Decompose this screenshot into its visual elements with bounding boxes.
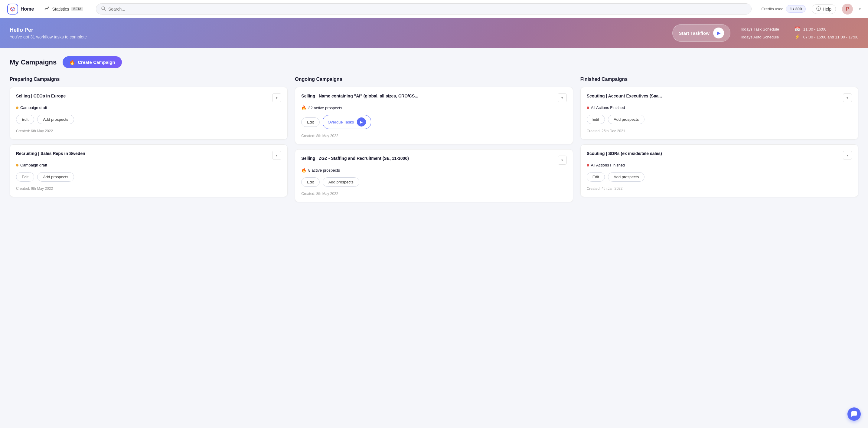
card-title: Scouting | Account Executives (Saa... bbox=[587, 93, 843, 99]
add-prospects-button[interactable]: Add prospects bbox=[608, 172, 645, 181]
edit-button[interactable]: Edit bbox=[301, 117, 319, 127]
banner-subtitle: You've got 31 workflow tasks to complete bbox=[10, 34, 663, 39]
status-label: 32 active prospects bbox=[308, 106, 342, 110]
my-campaigns-title: My Campaigns bbox=[10, 58, 57, 66]
svg-line-1 bbox=[104, 9, 105, 10]
card-date: Created: 6th May 2022 bbox=[16, 187, 281, 191]
status-dot: 🔥 bbox=[301, 105, 306, 110]
status-dot bbox=[587, 164, 589, 167]
edit-button[interactable]: Edit bbox=[16, 115, 34, 124]
help-button[interactable]: ? Help bbox=[812, 4, 836, 14]
task-schedule-row: Todays Task Schedule 📅 11:00 - 16:00 bbox=[740, 26, 858, 32]
edit-button[interactable]: Edit bbox=[16, 172, 34, 181]
nav-logo[interactable]: Home bbox=[7, 4, 34, 15]
card-expand-button[interactable]: ▾ bbox=[272, 93, 281, 102]
avatar-initials: P bbox=[846, 6, 849, 12]
edit-button[interactable]: Edit bbox=[301, 177, 319, 187]
card-title: Recruiting | Sales Reps in Sweden bbox=[16, 151, 272, 157]
banner-schedule: Todays Task Schedule 📅 11:00 - 16:00 Tod… bbox=[740, 26, 858, 40]
status-label: All Actions Finished bbox=[591, 105, 625, 110]
auto-schedule-row: Todays Auto Schedule ⚡ 07:00 - 15:00 and… bbox=[740, 34, 858, 40]
navbar: Home Statistics BETA Credits used 1 / 30… bbox=[0, 0, 868, 18]
auto-schedule-label: Todays Auto Schedule bbox=[740, 35, 792, 39]
card-title: Scouting | SDRs (ex inside/tele sales) bbox=[587, 151, 843, 157]
campaign-card-sales-reps-sweden: Recruiting | Sales Reps in Sweden ▾ Camp… bbox=[10, 144, 288, 197]
ongoing-column: Ongoing Campaigns Selling | Name contain… bbox=[295, 77, 573, 207]
overdue-tasks-label: Overdue Tasks bbox=[328, 120, 354, 124]
statistics-chart-icon bbox=[44, 6, 50, 12]
start-taskflow-label: Start Taskflow bbox=[679, 31, 709, 36]
card-title: Selling | CEOs in Europe bbox=[16, 93, 272, 99]
card-date: Created: 25th Dec 2021 bbox=[587, 129, 852, 133]
create-campaign-label: Create Campaign bbox=[78, 60, 115, 65]
play-icon: ▶ bbox=[357, 117, 366, 126]
status-dot bbox=[16, 164, 19, 167]
status-dot bbox=[16, 107, 19, 109]
preparing-header: Preparing Campaigns bbox=[10, 77, 288, 82]
svg-text:?: ? bbox=[818, 7, 819, 10]
campaigns-columns: Preparing Campaigns Selling | CEOs in Eu… bbox=[10, 77, 858, 207]
status-label: All Actions Finished bbox=[591, 163, 625, 167]
credits-info: Credits used 1 / 300 bbox=[761, 5, 806, 13]
calendar-icon: 📅 bbox=[795, 26, 800, 32]
campaign-card-account-executives: Scouting | Account Executives (Saa... ▾ … bbox=[580, 87, 858, 140]
task-schedule-value: 11:00 - 16:00 bbox=[803, 27, 827, 31]
fire-icon: 🔥 bbox=[69, 59, 75, 65]
avatar[interactable]: P bbox=[842, 4, 853, 15]
card-date: Created: 8th May 2022 bbox=[301, 192, 566, 196]
create-campaign-button[interactable]: 🔥 Create Campaign bbox=[63, 56, 122, 68]
lightning-icon: ⚡ bbox=[795, 34, 800, 40]
card-expand-button[interactable]: ▾ bbox=[843, 93, 852, 102]
card-title: Selling | ZGZ - Staffing and Recruitment… bbox=[301, 155, 557, 162]
auto-schedule-value: 07:00 - 15:00 and 11:00 - 17:00 bbox=[803, 35, 858, 39]
nav-right: Credits used 1 / 300 ? Help P ▾ bbox=[761, 4, 861, 15]
preparing-column: Preparing Campaigns Selling | CEOs in Eu… bbox=[10, 77, 288, 207]
campaign-card-ai-name: Selling | Name containing "AI" (global, … bbox=[295, 87, 573, 144]
credits-label: Credits used bbox=[761, 7, 783, 11]
search-container bbox=[96, 3, 752, 15]
finished-header: Finished Campaigns bbox=[580, 77, 858, 82]
logo-icon bbox=[7, 4, 18, 15]
card-title: Selling | Name containing "AI" (global, … bbox=[301, 93, 557, 99]
avatar-chevron-icon[interactable]: ▾ bbox=[859, 7, 861, 11]
ongoing-header: Ongoing Campaigns bbox=[295, 77, 573, 82]
card-date: Created: 6th May 2022 bbox=[16, 129, 281, 133]
credits-value: 1 / 300 bbox=[786, 5, 806, 13]
card-expand-button[interactable]: ▾ bbox=[843, 151, 852, 160]
start-taskflow-button[interactable]: Start Taskflow bbox=[672, 24, 730, 42]
card-expand-button[interactable]: ▾ bbox=[272, 151, 281, 160]
campaign-card-zgz-staffing: Selling | ZGZ - Staffing and Recruitment… bbox=[295, 149, 573, 202]
help-circle-icon: ? bbox=[816, 6, 821, 12]
task-schedule-label: Todays Task Schedule bbox=[740, 27, 792, 31]
help-label: Help bbox=[823, 7, 831, 11]
status-label: 8 active prospects bbox=[308, 168, 340, 173]
campaign-card-ceos-europe: Selling | CEOs in Europe ▾ Campaign draf… bbox=[10, 87, 288, 140]
edit-button[interactable]: Edit bbox=[587, 172, 605, 181]
nav-home-label: Home bbox=[21, 6, 34, 12]
banner: Hello Per You've got 31 workflow tasks t… bbox=[0, 18, 868, 48]
finished-column: Finished Campaigns Scouting | Account Ex… bbox=[580, 77, 858, 207]
card-date: Created: 4th Jan 2022 bbox=[587, 187, 852, 191]
card-expand-button[interactable]: ▾ bbox=[558, 93, 567, 102]
nav-statistics[interactable]: Statistics BETA bbox=[41, 4, 86, 14]
banner-left: Hello Per You've got 31 workflow tasks t… bbox=[10, 27, 663, 39]
add-prospects-button[interactable]: Add prospects bbox=[37, 115, 74, 124]
add-prospects-button[interactable]: Add prospects bbox=[37, 172, 74, 181]
add-prospects-button[interactable]: Add prospects bbox=[608, 115, 645, 124]
add-prospects-button[interactable]: Add prospects bbox=[323, 177, 359, 187]
status-dot: 🔥 bbox=[301, 168, 306, 173]
search-icon bbox=[101, 6, 106, 12]
edit-button[interactable]: Edit bbox=[587, 115, 605, 124]
banner-greeting: Hello Per bbox=[10, 27, 663, 33]
card-expand-button[interactable]: ▾ bbox=[558, 155, 567, 165]
beta-badge: BETA bbox=[71, 7, 83, 11]
play-icon bbox=[713, 28, 724, 38]
campaigns-header: My Campaigns 🔥 Create Campaign bbox=[10, 56, 858, 68]
campaign-card-sdrs: Scouting | SDRs (ex inside/tele sales) ▾… bbox=[580, 144, 858, 197]
status-label: Campaign draft bbox=[20, 163, 47, 167]
main-content: My Campaigns 🔥 Create Campaign Preparing… bbox=[0, 48, 868, 216]
status-label: Campaign draft bbox=[20, 105, 47, 110]
overdue-tasks-button[interactable]: Overdue Tasks ▶ bbox=[323, 115, 371, 129]
statistics-label: Statistics bbox=[52, 7, 69, 11]
search-input[interactable] bbox=[108, 7, 747, 11]
